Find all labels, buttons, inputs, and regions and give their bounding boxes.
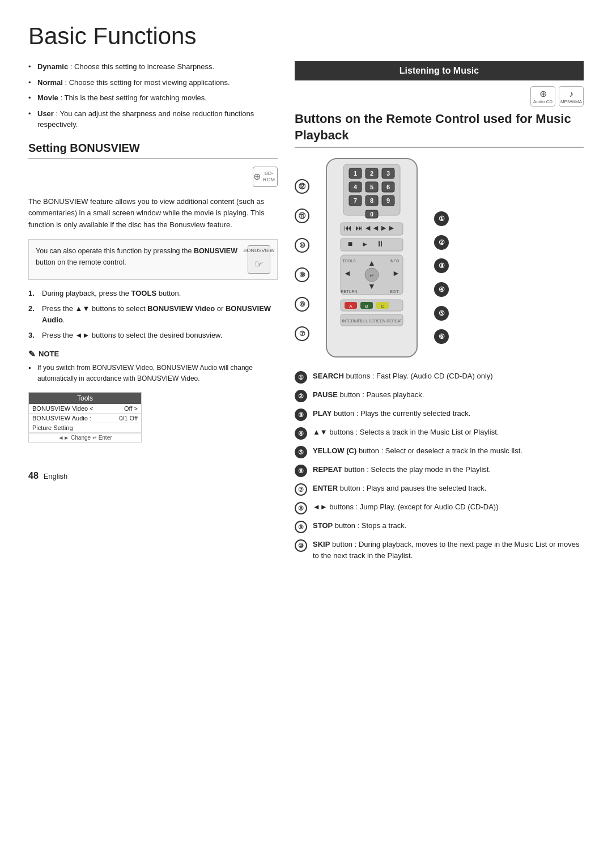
svg-text:RETURN: RETURN: [341, 290, 357, 293]
desc-circle-8: ⑧: [295, 502, 307, 514]
svg-text:9: 9: [386, 197, 390, 204]
remote-control: 1 2 3 4 5 6 7 8 9: [315, 156, 428, 361]
list-item: Dynamic : Choose this setting to increas…: [28, 61, 278, 73]
desc-text-1: SEARCH buttons : Fast Play. (Audio CD (C…: [313, 371, 493, 382]
desc-text-6: REPEAT button : Selects the play mode in…: [313, 464, 491, 475]
desc-item-1: ① SEARCH buttons : Fast Play. (Audio CD …: [295, 371, 584, 384]
left-column: Dynamic : Choose this setting to increas…: [28, 61, 278, 567]
descriptions-list: ① SEARCH buttons : Fast Play. (Audio CD …: [295, 371, 584, 561]
svg-text:4: 4: [354, 184, 358, 190]
desc-circle-5: ⑤: [295, 446, 307, 458]
svg-text:◄: ◄: [343, 269, 351, 278]
note-title: ✎ NOTE: [28, 349, 278, 359]
svg-text:⏸: ⏸: [376, 239, 384, 248]
step-item: 2. Press the ▲▼ buttons to select BONUSV…: [28, 303, 278, 325]
desc-item-3: ③ PLAY button : Plays the currently sele…: [295, 408, 584, 421]
label-3: ③: [434, 258, 449, 273]
label-10: ⑩: [295, 238, 309, 253]
svg-text:TOOLS: TOOLS: [342, 259, 356, 263]
svg-text:INFO: INFO: [390, 259, 400, 263]
step-item: 3. Press the ◄► buttons to select the de…: [28, 330, 278, 341]
label-1: ①: [434, 211, 449, 226]
note-icon: ✎: [28, 349, 36, 359]
desc-circle-2: ②: [295, 390, 307, 402]
desc-text-4: ▲▼ buttons : Selects a track in the Musi…: [313, 427, 499, 438]
svg-text:FULL SCREEN: FULL SCREEN: [358, 319, 385, 323]
svg-text:►: ►: [362, 240, 368, 248]
label-7: ⑦: [295, 326, 309, 341]
desc-item-2: ② PAUSE button : Pauses playback.: [295, 389, 584, 402]
svg-text:▼: ▼: [368, 282, 376, 291]
tools-row: BONUSVIEW Audio :0/1 Off: [29, 414, 141, 423]
label-5: ⑤: [434, 306, 449, 321]
svg-text:7: 7: [354, 197, 357, 204]
label-4: ④: [434, 282, 449, 297]
svg-text:0: 0: [370, 211, 373, 218]
label-6: ⑥: [434, 329, 449, 344]
tools-footer: ◄► Change ↵ Enter: [29, 433, 141, 442]
svg-text:⏭: ⏭: [355, 223, 363, 232]
steps-list: 1. During playback, press the TOOLS butt…: [28, 288, 278, 341]
svg-text:►►: ►►: [380, 223, 396, 232]
desc-text-8: ◄► buttons : Jump Play. (except for Audi…: [313, 501, 498, 513]
desc-item-10: ⑩ SKIP button : During playback, moves t…: [295, 539, 584, 561]
label-2: ②: [434, 235, 449, 250]
desc-item-4: ④ ▲▼ buttons : Selects a track in the Mu…: [295, 427, 584, 440]
desc-item-6: ⑥ REPEAT button : Selects the play mode …: [295, 464, 584, 477]
label-12: ⑫: [295, 179, 309, 194]
page-number: 48 English: [28, 471, 278, 481]
svg-text:EXIT: EXIT: [390, 290, 399, 293]
bonusview-button-image: BONUSVIEW ☞: [248, 245, 270, 274]
bonusview-box: You can also operate this function by pr…: [28, 239, 278, 280]
svg-text:B: B: [365, 304, 368, 309]
tools-table-header: Tools: [29, 393, 141, 404]
desc-item-8: ⑧ ◄► buttons : Jump Play. (except for Au…: [295, 501, 584, 514]
setting-bonusview-title: Setting BONUSVIEW: [28, 142, 278, 159]
note-section: ✎ NOTE If you switch from BONUSVIEW Vide…: [28, 349, 278, 384]
desc-circle-9: ⑨: [295, 521, 307, 533]
desc-item-9: ⑨ STOP button : Stops a track.: [295, 520, 584, 533]
label-11: ⑪: [295, 209, 309, 223]
desc-text-7: ENTER button : Plays and pauses the sele…: [313, 483, 486, 494]
setting-desc: The BONUSVIEW feature allows you to view…: [28, 196, 278, 231]
remote-area: ⑫ ⑪ ⑩ ⑨ ⑧ ⑦ 1 2: [295, 156, 584, 361]
list-item: Movie : This is the best setting for wat…: [28, 92, 278, 104]
bonusview-box-text: You can also operate this function by pr…: [36, 245, 242, 268]
list-item: User : You can adjust the sharpness and …: [28, 108, 278, 130]
svg-text:8: 8: [370, 197, 373, 204]
desc-text-5: YELLOW (C) button : Select or deselect a…: [313, 445, 522, 457]
svg-text:▲: ▲: [368, 258, 376, 267]
desc-circle-7: ⑦: [295, 483, 307, 496]
label-8: ⑧: [295, 297, 309, 312]
step-item: 1. During playback, press the TOOLS butt…: [28, 288, 278, 299]
page-title: Basic Functions: [28, 23, 584, 50]
mp3-wma-icon: ♪ MP3/WMA: [559, 86, 584, 107]
svg-text:■: ■: [348, 239, 352, 248]
svg-text:⏮: ⏮: [344, 223, 352, 232]
desc-circle-3: ③: [295, 409, 307, 421]
note-item: If you switch from BONUSVIEW Video, BONU…: [28, 363, 278, 384]
desc-circle-4: ④: [295, 427, 307, 440]
svg-text:A: A: [349, 304, 352, 309]
desc-item-5: ⑤ YELLOW (C) button : Select or deselect…: [295, 445, 584, 458]
svg-text:3: 3: [386, 170, 390, 177]
right-labels: ① ② ③ ④ ⑤ ⑥: [434, 156, 449, 348]
bd-rom-icon: ⊕ BD-ROM: [253, 167, 278, 187]
svg-text:C: C: [381, 304, 384, 309]
desc-text-10: SKIP button : During playback, moves to …: [313, 539, 584, 561]
label-9: ⑨: [295, 267, 309, 282]
listening-header: Listening to Music: [295, 61, 584, 80]
right-column: Listening to Music ⊕ Audio CD ♪ MP3/WMA …: [295, 61, 584, 567]
desc-circle-10: ⑩: [295, 539, 307, 552]
left-labels: ⑫ ⑪ ⑩ ⑨ ⑧ ⑦: [295, 156, 309, 348]
svg-text:6: 6: [386, 184, 390, 190]
svg-text:1: 1: [354, 170, 357, 177]
disc-icons: ⊕ Audio CD ♪ MP3/WMA: [295, 86, 584, 107]
bullet-list: Dynamic : Choose this setting to increas…: [28, 61, 278, 130]
desc-text-2: PAUSE button : Pauses playback.: [313, 389, 424, 401]
svg-text:2: 2: [370, 170, 373, 177]
audio-cd-icon: ⊕ Audio CD: [530, 86, 555, 107]
tools-row: Picture Setting: [29, 423, 141, 433]
svg-text:►: ►: [392, 269, 400, 278]
svg-text:◄◄: ◄◄: [364, 223, 380, 232]
